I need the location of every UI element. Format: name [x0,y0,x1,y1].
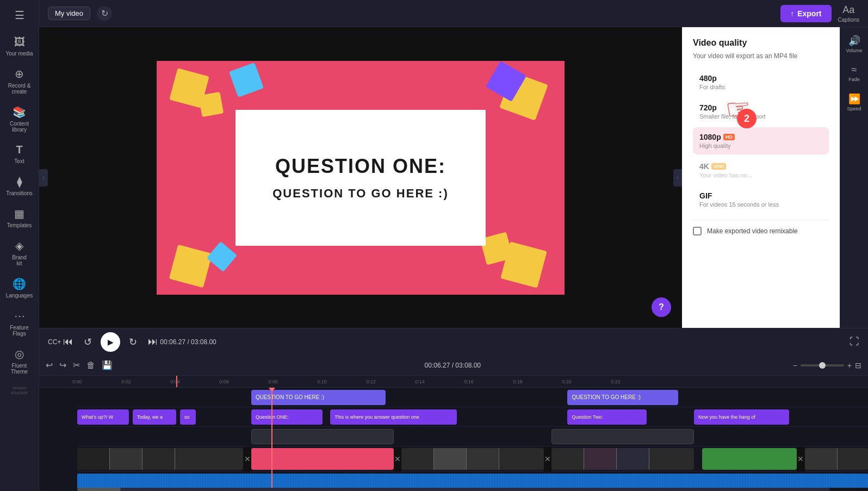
timeline-tracks[interactable]: QUESTION TO GO HERE :) QUESTION TO GO HE… [39,388,868,488]
audio-track[interactable] [77,474,868,488]
clip-caption-2[interactable]: QUESTION TO GO HERE :) [567,390,678,405]
sidebar-item-label: FluentTheme [11,363,28,375]
clip-text-5[interactable]: This is where you answer question one [330,409,457,425]
uhd-badge: UHD [711,163,727,170]
video-strip-2[interactable] [401,448,544,470]
quality-option-gif[interactable]: GIF For videos 15 seconds or less [693,186,829,213]
version-label: Version8Se2b0f [11,386,28,395]
captions-button[interactable]: Aa Captions [838,4,859,23]
video-title-input[interactable]: My video [48,7,90,20]
sidebar-item-transitions[interactable]: ⧫ Transitions [0,170,39,202]
sidebar-item-brand-kit[interactable]: ◈ Brandkit [0,234,39,272]
fluent-theme-icon: ◎ [15,347,24,361]
track-row-captions: QUESTION TO GO HERE :) QUESTION TO GO HE… [77,388,868,407]
sidebar-item-feature-flags[interactable]: ⋯ FeatureFlags [0,304,39,342]
sidebar-item-templates[interactable]: ▦ Templates [0,202,39,234]
video-strip-green[interactable] [702,448,797,470]
video-frame: QUESTION ONE: QUESTION TO GO HERE :) [157,61,565,295]
zoom-slider[interactable] [801,364,844,366]
cc-icon: CC+ [48,338,61,346]
quality-desc-gif: For videos 15 seconds or less [699,201,822,208]
sidebar-item-record-create[interactable]: ⊕ Record &create [0,62,39,100]
waveform [77,474,868,488]
speed-label: Speed [847,106,861,111]
content-library-icon: 📚 [13,105,26,119]
ruler-mark-5: 0:10 [317,379,327,384]
video-strip-1[interactable] [77,448,243,470]
clip-white-1[interactable] [251,429,394,444]
sidebar-item-label: FeatureFlags [10,325,28,337]
fade-control[interactable]: ≈ Fade [846,61,862,85]
volume-control[interactable]: 🔊 Volume [844,32,864,57]
captions-icon: Aa [842,4,854,16]
undo-button[interactable]: ↩ [46,360,53,370]
playback-controls: ⏮ ↺ ▶ ↻ ⏭ [61,332,160,352]
decor-shape-3 [229,62,264,97]
track-row-text: What's up?! W Today, we a so Question ON… [77,407,868,427]
menu-icon[interactable]: ☰ [9,4,30,26]
clip-text-4[interactable]: Question ONE: [251,409,323,425]
export-button[interactable]: ↑ Export [780,5,831,22]
video-strip-4[interactable] [805,448,868,470]
redo-button[interactable]: ↪ [59,360,66,370]
topbar: My video ↻ ↑ Export Aa Captions [39,0,868,27]
text-icon: T [16,144,22,156]
cut-button[interactable]: ✂ [73,360,80,370]
zoom-in-button[interactable]: + [847,361,852,370]
timeline-timecode: 00:06.27 / 03:08.00 [119,362,786,369]
remixable-checkbox[interactable] [693,227,702,235]
sidebar-item-your-media[interactable]: 🖼 Your media [0,30,39,62]
delete-button[interactable]: 🗑 [86,361,95,370]
timeline-playhead [271,388,272,488]
collapse-right-arrow[interactable]: › [673,169,682,187]
ruler-mark-10: 0:20 [562,379,572,384]
fullscreen-button[interactable]: ⛶ [850,336,859,347]
quality-label-480p: 480p [699,74,822,83]
decor-shape-6 [169,244,213,288]
quality-option-720p[interactable]: 720p Smaller file, faster export [693,98,829,125]
forward-button[interactable]: ↻ [127,334,139,350]
skip-forward-button[interactable]: ⏭ [146,334,160,350]
quality-option-1080p[interactable]: 1080p HD High quality [693,127,829,154]
collapse-left-arrow[interactable]: ‹ [39,169,48,187]
clip-text-3[interactable]: so [180,409,196,425]
help-button[interactable]: ? [652,297,671,317]
ruler-mark-3: 0:06 [219,379,229,384]
sidebar-item-text[interactable]: T Text [0,138,39,170]
clip-text-7[interactable]: Now you have the hang of [694,409,789,425]
skip-back-button[interactable]: ⏮ [61,334,75,350]
rewind-button[interactable]: ↺ [82,334,94,350]
cut-marker-4: ✕ [797,446,805,471]
video-strip-pink[interactable] [251,448,394,470]
quality-desc-720p: Smaller file, faster export [699,113,822,120]
video-strip-3[interactable] [551,448,694,470]
clip-text-6[interactable]: Question Two: [567,409,646,425]
scrollbar-thumb [77,488,121,491]
sidebar-item-fluent-theme[interactable]: ◎ FluentTheme [0,342,39,380]
playhead-triangle [269,388,275,392]
sidebar-item-content-library[interactable]: 📚 Contentlibrary [0,100,39,138]
playback-bar: CC+ ⏮ ↺ ▶ ↻ ⏭ 00:06.27 / 03:08.00 ⛶ [39,328,868,355]
speed-control[interactable]: ⏩ Speed [845,90,863,115]
sidebar-item-version: Version8Se2b0f [0,380,39,401]
play-button[interactable]: ▶ [101,332,120,352]
sync-icon[interactable]: ↻ [97,6,112,21]
zoom-controls: − + ⊟ [793,361,861,370]
sidebar: ☰ 🖼 Your media ⊕ Record &create 📚 Conten… [0,0,39,491]
fit-button[interactable]: ⊟ [855,361,861,370]
timeline-ruler: 0:000:020:040:060:080:100:120:140:160:18… [39,376,868,388]
ruler-mark-9: 0:18 [513,379,523,384]
clip-text-2[interactable]: Today, we a [133,409,176,425]
save-button[interactable]: 💾 [102,360,113,370]
quality-title: Video quality [693,38,829,48]
zoom-out-button[interactable]: − [793,361,797,370]
clip-white-2[interactable] [551,429,694,444]
quality-label-gif: GIF [699,191,822,200]
quality-option-480p[interactable]: 480p For drafts [693,69,829,96]
sidebar-item-languages[interactable]: 🌐 Languages [0,272,39,304]
timeline-scrollbar[interactable] [77,488,830,491]
volume-label: Volume [846,48,862,53]
remixable-row: Make exported video remixable [693,220,829,242]
cc-button[interactable]: CC+ [48,338,61,346]
clip-text-1[interactable]: What's up?! W [77,409,129,425]
